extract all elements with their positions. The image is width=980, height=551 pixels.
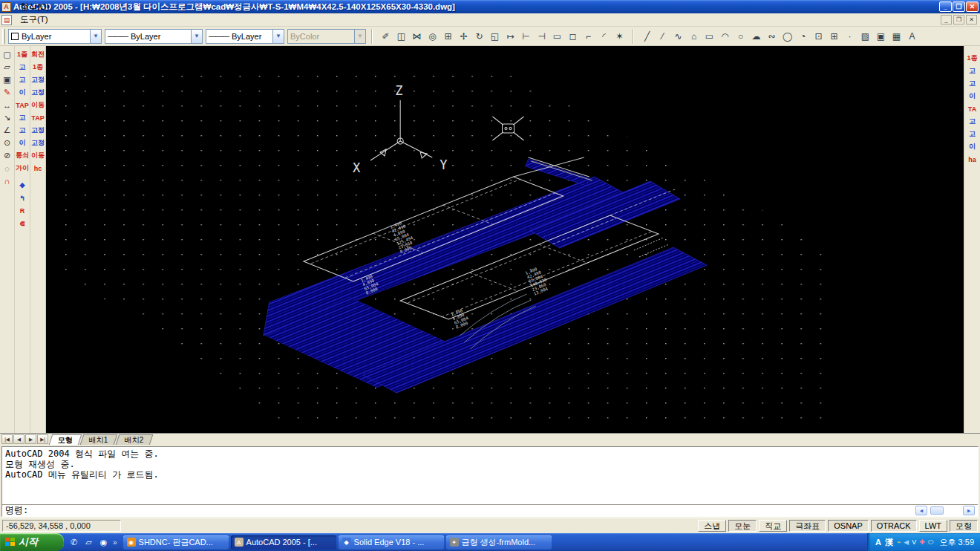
extend-icon[interactable]: ⊣ (534, 29, 549, 44)
polyline-icon[interactable]: ∿ (670, 29, 686, 44)
quick-launch-overflow-chevron[interactable]: » (113, 538, 117, 547)
break-icon[interactable]: ◻ (565, 29, 581, 44)
macro-button[interactable]: 이동 (30, 99, 45, 111)
offset-icon[interactable]: ◎ (425, 29, 440, 44)
tray-v3-icon[interactable]: V (912, 538, 916, 547)
media-player-icon[interactable]: ◉ (98, 537, 109, 548)
status-toggle-button[interactable]: 모형 (950, 520, 978, 532)
compass-icon[interactable]: ✥ (15, 179, 30, 192)
status-toggle-button[interactable]: 모눈 (728, 520, 757, 532)
line-icon[interactable]: ╱ (639, 29, 655, 44)
taskbar-task-button[interactable]: ◉ SHDNC- 판금CAD... (123, 535, 229, 550)
folder-icon[interactable]: ▱ (83, 537, 94, 548)
save-icon[interactable]: ▣ (1, 74, 14, 86)
minimize-button[interactable]: _ (939, 1, 952, 12)
copy-icon[interactable]: ◫ (393, 29, 409, 44)
macro-button[interactable]: 고 (965, 128, 980, 140)
array-icon[interactable]: ⊞ (440, 29, 456, 44)
lineweight-dropdown[interactable]: ——— ByLayer ▼ (206, 29, 284, 44)
macro-button[interactable]: TAP (30, 111, 45, 124)
child-close-button[interactable]: ✕ (966, 15, 977, 25)
linear-dimension-icon[interactable]: ↔ (1, 99, 14, 111)
explode-icon[interactable]: ✶ (612, 29, 627, 44)
rotate-icon[interactable]: ↻ (471, 29, 487, 44)
macro-button[interactable]: 고정 (30, 124, 45, 137)
osnap-magnet-icon[interactable]: ∩ (1, 175, 14, 187)
point-icon[interactable]: · (842, 29, 858, 44)
layout-tab[interactable]: 모형 (49, 434, 82, 445)
macro-button[interactable]: 고 (15, 61, 30, 74)
insert-block-icon[interactable]: ⊡ (811, 29, 826, 44)
menu-item[interactable]: 형식(O) (15, 1, 65, 13)
move-icon[interactable]: ✢ (456, 29, 471, 44)
close-button[interactable]: ✕ (966, 1, 979, 12)
stretch-icon[interactable]: ↦ (503, 29, 518, 44)
command-history[interactable]: AutoCAD 2004 형식 파일 여는 중.모형 재생성 중.AutoCAD… (1, 446, 979, 517)
macro-button[interactable]: 1종 (30, 61, 45, 74)
macro-button[interactable]: 고정 (30, 74, 45, 86)
construction-line-icon[interactable]: ⁄ (655, 29, 670, 44)
macro-button[interactable]: TA (965, 102, 980, 115)
macro-button[interactable]: 이 (965, 140, 980, 153)
fillet-icon[interactable]: ◜ (596, 29, 612, 44)
spline-icon[interactable]: ∾ (764, 29, 780, 44)
make-block-icon[interactable]: ⊞ (826, 29, 842, 44)
macro-button[interactable]: 고정 (30, 137, 45, 149)
slot-icon[interactable]: ⋐ (15, 217, 30, 229)
ellipse-icon[interactable]: ◯ (780, 29, 795, 44)
taskbar-task-button[interactable]: ✦ 금형 생성-frmMold... (446, 535, 552, 550)
status-toggle-button[interactable]: OTRACK (871, 520, 917, 532)
center-mark-icon[interactable]: ◌ (1, 162, 14, 175)
angular-dimension-icon[interactable]: ∠ (1, 124, 14, 137)
dim-style-icon[interactable]: ✎ (1, 86, 14, 99)
drawing-canvas[interactable]: Z X Y 1,49042,4904,89065,004125,49423,86… (46, 46, 964, 433)
open-icon[interactable]: ▱ (1, 61, 14, 74)
macro-button[interactable]: 이 (15, 137, 30, 149)
status-toggle-button[interactable]: 스냅 (698, 520, 726, 532)
layout-tab[interactable]: 배치2 (115, 434, 152, 445)
macro-button[interactable]: TAP (15, 99, 30, 111)
macro-button[interactable]: 고정 (30, 86, 45, 99)
command-prompt[interactable]: 명령: (5, 504, 28, 517)
tab-nav-button[interactable]: ▶| (37, 434, 48, 444)
hatch-icon[interactable]: ▨ (858, 29, 873, 44)
tab-nav-button[interactable]: ▶ (25, 434, 36, 444)
tab-nav-button[interactable]: ◀ (13, 434, 24, 444)
status-toggle-button[interactable]: 직교 (759, 520, 787, 532)
macro-button[interactable]: 1종 (965, 52, 980, 65)
macro-button[interactable]: 고 (15, 74, 30, 86)
aligned-dimension-icon[interactable]: ↘ (1, 111, 14, 124)
ime-hanja-indicator[interactable]: 漢 (885, 537, 893, 548)
r-button[interactable]: R (15, 204, 30, 217)
tray-pill-icon[interactable]: ⬭ (928, 538, 934, 547)
chevron-down-icon[interactable]: ▼ (90, 30, 101, 43)
child-restore-button[interactable]: ❐ (953, 15, 964, 25)
mirror-icon[interactable]: ⋈ (409, 29, 425, 44)
layout-tab[interactable]: 배치1 (80, 434, 117, 445)
status-toggle-button[interactable]: LWT (919, 520, 947, 532)
macro-button[interactable]: 고 (15, 124, 30, 137)
macro-button[interactable]: 이동 (30, 149, 45, 162)
tab-nav-button[interactable]: |◀ (1, 434, 13, 444)
macro-button[interactable]: 고 (15, 111, 30, 124)
ime-a-indicator[interactable]: A (875, 538, 881, 547)
chevron-down-icon[interactable]: ▼ (272, 30, 284, 43)
macro-button[interactable]: 이 (15, 86, 30, 99)
macro-button[interactable]: 회전 (30, 48, 45, 61)
revcloud-icon[interactable]: ☁ (748, 29, 764, 44)
undo-arrow-icon[interactable]: ↰ (15, 192, 30, 204)
macro-button[interactable]: 통쇠 (15, 149, 30, 162)
ellipse-arc-icon[interactable]: ◔ (795, 29, 811, 44)
netmeeting-icon[interactable]: ✆ (68, 537, 79, 548)
scroll-left-icon[interactable]: ◀ (915, 506, 927, 515)
rectangle-icon[interactable]: ▭ (702, 29, 717, 44)
tray-pen-icon[interactable]: ⌁ (897, 538, 901, 547)
restore-button[interactable]: ❐ (953, 1, 965, 12)
scroll-right-icon[interactable]: ▶ (963, 506, 975, 515)
macro-button[interactable]: hc (30, 162, 45, 175)
macro-button[interactable]: ha (965, 153, 980, 166)
circle-icon[interactable]: ○ (733, 29, 748, 44)
child-minimize-button[interactable]: _ (941, 15, 952, 25)
color-dropdown[interactable]: ByLayer ▼ (8, 29, 102, 44)
mtext-icon[interactable]: A (904, 29, 920, 44)
